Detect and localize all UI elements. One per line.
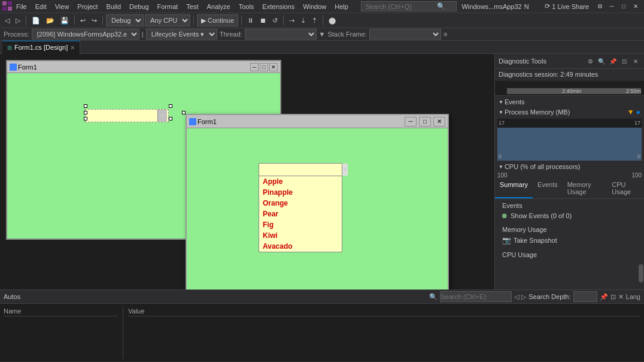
menu-build[interactable]: Build [102,2,125,11]
diag-expand-icon[interactable]: ⊡ [619,56,629,66]
cpu-top-left: 100 [497,172,508,179]
form-title-btns-bg: ─ □ ✕ [250,63,278,71]
forward-btn[interactable]: ▷ [13,16,23,26]
back-btn[interactable]: ◁ [2,16,12,26]
live-share-button[interactable]: ⟳ 1 Live Share [540,1,594,11]
new-file-btn[interactable]: 📄 [29,16,42,26]
lifecycle-select[interactable]: Lifecycle Events ▾ [146,29,217,40]
menu-edit[interactable]: Edit [31,2,51,11]
menu-search-input[interactable] [365,3,437,10]
step-out-btn[interactable]: ⇡ [309,16,320,26]
redo-btn[interactable]: ↪ [89,16,99,26]
continue-button[interactable]: ▶ Continue [197,14,238,26]
save-btn[interactable]: 💾 [58,16,71,26]
process-bar: Process: [2096] WindowsFormsApp32.exe | … [0,28,644,41]
rf-max-btn[interactable]: □ [419,117,431,126]
max-btn-bg[interactable]: □ [260,63,268,71]
close-button[interactable]: ✕ [630,2,642,11]
combo-item-fig[interactable]: Fig [259,219,342,230]
rf-close-btn[interactable]: ✕ [433,117,445,126]
step-into-btn[interactable]: ⇣ [298,16,308,26]
restart-btn[interactable]: ↺ [270,16,280,26]
tab-close-icon[interactable]: ✕ [70,44,75,51]
menu-file[interactable]: File [12,2,31,11]
minimize-button[interactable]: ─ [606,2,618,11]
memory-section-header[interactable]: ▼ Process Memory (MB) ▼ ● [495,107,644,117]
step-over-btn[interactable]: ⇢ [287,16,297,26]
menu-debug[interactable]: Debug [125,2,153,11]
handle-tl[interactable] [84,104,87,108]
undo-btn[interactable]: ↩ [78,16,88,26]
memory-usage-header[interactable]: Memory Usage [499,225,640,234]
diag-pin-icon[interactable]: 📌 [608,56,618,66]
handle-bl[interactable] [84,117,87,120]
min-btn-bg[interactable]: ─ [250,63,259,71]
stop-btn[interactable]: ⏹ [257,16,269,25]
combo-running-arrow[interactable]: ▼ [342,164,348,176]
menu-analyze[interactable]: Analyze [203,2,235,11]
combo-item-pear[interactable]: Pear [259,209,342,219]
diag-search-icon[interactable]: 🔍 [597,56,606,66]
events-arrow: ▼ [499,99,503,105]
bottom-expand-icon[interactable]: ⊡ [610,293,616,301]
stack-filter-icon: ≡ [443,31,447,38]
handle-br[interactable] [169,117,172,120]
open-btn[interactable]: 📂 [44,16,57,26]
debug-mode-select[interactable]: Debug [106,14,144,26]
cpu-section-header[interactable]: ▼ CPU (% of all processors) [495,162,644,171]
menu-window[interactable]: Window [299,2,330,11]
pause-btn[interactable]: ⏸ [245,16,256,25]
combo-item-pinapple[interactable]: Pinapple [259,187,342,198]
maximize-button[interactable]: □ [618,2,630,11]
bottom-forward-btn[interactable]: ▷ [521,293,526,301]
process-select[interactable]: [2096] WindowsFormsApp32.exe [32,29,139,40]
cpu-select[interactable]: Any CPU [145,14,190,26]
combo-running[interactable]: ▼ Apple Pinapple Orange Pear Fig Kiwi Av… [259,163,342,252]
handle-tr[interactable] [169,104,172,108]
diag-close-icon[interactable]: ✕ [631,56,640,66]
search-depth-input[interactable] [573,291,597,302]
right-scroll[interactable] [495,261,644,289]
combo-input-row[interactable]: ▼ [259,163,342,176]
cpu-usage-header[interactable]: CPU Usage [499,250,640,260]
main-toolbar: ◁ ▷ 📄 📂 💾 ↩ ↪ Debug Any CPU ▶ Continue ⏸… [0,13,644,28]
combo-item-orange[interactable]: Orange [259,198,342,209]
events-subsection-header[interactable]: Events [499,201,640,210]
close-btn-bg[interactable]: ✕ [269,63,278,71]
bottom-close-icon[interactable]: ✕ [618,293,624,301]
tab-form-design[interactable]: ⊞ Form1.cs [Design] ✕ [2,41,80,54]
rf-min-btn[interactable]: ─ [405,117,417,126]
timeline-label2: 2:50m [626,88,641,94]
combo-item-avacado[interactable]: Avacado [259,241,342,252]
scroll-thumb[interactable] [639,264,643,282]
take-snapshot-button[interactable]: 📷 Take Snapshot [499,234,640,246]
menu-format[interactable]: Format [153,2,183,11]
menu-test[interactable]: Test [182,2,202,11]
bottom-search-input[interactable] [440,291,512,302]
menu-project[interactable]: Project [73,2,102,11]
menu-extensions[interactable]: Extensions [258,2,299,11]
diag-tab-memory[interactable]: Memory Usage [563,179,607,198]
diag-tab-summary[interactable]: Summary [495,179,533,198]
diag-tab-events[interactable]: Events [533,179,563,198]
combo-design[interactable]: ▼ [85,109,169,122]
thread-select[interactable] [245,29,317,40]
menu-tools[interactable]: Tools [235,2,259,11]
diag-settings-icon[interactable]: ⚙ [585,56,595,66]
breakpoints-btn[interactable]: ⬤ [326,16,338,26]
menu-help[interactable]: Help [330,2,353,11]
bottom-back-btn[interactable]: ◁ [514,293,519,301]
combo-running-input[interactable] [259,164,342,176]
menu-search-box[interactable]: 🔍 [361,1,457,11]
menu-view[interactable]: View [51,2,74,11]
diag-tab-cpu[interactable]: CPU Usage [607,179,644,198]
combo-design-input[interactable] [86,110,157,122]
handle-ml[interactable] [84,111,87,114]
events-section-header[interactable]: ▼ Events [495,97,644,107]
bottom-pin-icon[interactable]: 📌 [600,293,608,301]
combo-design-arrow[interactable]: ▼ [157,110,167,122]
combo-item-kiwi[interactable]: Kiwi [259,230,342,241]
settings-icon[interactable]: ⚙ [594,2,606,11]
stack-frame-select[interactable] [369,29,441,40]
combo-item-apple[interactable]: Apple [259,176,342,187]
